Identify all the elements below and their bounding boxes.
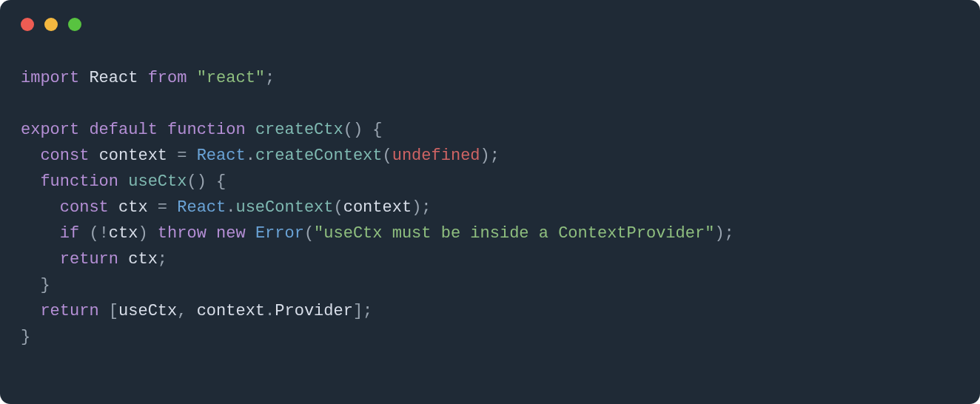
code-token: throw	[158, 224, 207, 243]
code-token: ctx	[118, 198, 148, 217]
code-token: return	[60, 250, 118, 269]
code-token: (	[79, 224, 98, 243]
code-line: function useCtx() {	[21, 172, 226, 191]
code-block: import React from "react"; export defaul…	[21, 65, 959, 350]
zoom-icon[interactable]	[68, 18, 81, 31]
code-token: createCtx	[255, 121, 343, 139]
code-line: const context = React.createContext(unde…	[21, 147, 500, 165]
code-token: React	[177, 198, 226, 217]
code-token: Error	[255, 224, 304, 243]
code-token	[79, 69, 89, 87]
code-token: undefined	[392, 147, 480, 165]
code-token	[21, 198, 60, 217]
code-line: export default function createCtx() {	[21, 121, 383, 139]
code-token: context	[99, 147, 167, 165]
code-token: new	[216, 224, 246, 243]
code-token	[138, 69, 147, 87]
code-token: function	[167, 121, 246, 139]
code-token: useContext	[235, 198, 333, 217]
close-icon[interactable]	[21, 18, 34, 31]
code-token: .	[226, 198, 235, 217]
code-token: )	[138, 224, 157, 243]
code-token: [	[99, 302, 118, 320]
code-token: "react"	[197, 69, 265, 87]
code-token: default	[89, 121, 157, 139]
code-window: import React from "react"; export defaul…	[0, 0, 980, 404]
code-line: }	[21, 276, 50, 294]
code-token: }	[21, 276, 50, 294]
code-token: =	[167, 147, 197, 165]
code-token: ;	[158, 250, 167, 269]
code-token: (	[304, 224, 314, 243]
code-token: .	[246, 147, 255, 165]
code-token: (	[383, 147, 392, 165]
code-token: export	[21, 121, 79, 139]
code-token: useCtx	[128, 172, 187, 191]
code-token: context	[343, 198, 412, 217]
code-token: );	[714, 224, 734, 243]
code-token: React	[197, 147, 246, 165]
code-token	[79, 121, 89, 139]
code-token: import	[21, 69, 79, 87]
code-token	[89, 147, 98, 165]
code-token: return	[40, 302, 98, 320]
code-token: );	[412, 198, 431, 217]
code-line: import React from "react";	[21, 69, 275, 87]
code-token	[118, 250, 128, 269]
code-line: const ctx = React.useContext(context);	[21, 198, 432, 217]
code-line: if (!ctx) throw new Error("useCtx must b…	[21, 224, 734, 243]
code-line: return ctx;	[21, 250, 167, 269]
code-token: "useCtx must be inside a ContextProvider…	[314, 224, 714, 243]
code-token: ,	[177, 302, 196, 320]
code-token: React	[89, 69, 138, 87]
code-token	[207, 224, 216, 243]
code-token: useCtx	[118, 302, 177, 320]
code-token	[21, 302, 40, 320]
code-token	[158, 121, 167, 139]
code-token: ctx	[109, 224, 138, 243]
code-token: !	[99, 224, 109, 243]
code-token: function	[40, 172, 118, 191]
code-token: createContext	[255, 147, 383, 165]
code-token: ];	[353, 302, 372, 320]
code-token: const	[40, 147, 89, 165]
code-token: Provider	[275, 302, 353, 320]
code-token: .	[265, 302, 275, 320]
code-token: ;	[265, 69, 275, 87]
minimize-icon[interactable]	[44, 18, 58, 31]
code-token: if	[60, 224, 79, 243]
code-token	[187, 69, 196, 87]
code-token: () {	[187, 172, 226, 191]
code-line: return [useCtx, context.Provider];	[21, 302, 372, 320]
code-token: =	[148, 198, 178, 217]
code-token	[21, 224, 60, 243]
code-token	[246, 224, 255, 243]
window-controls	[21, 18, 959, 31]
code-token	[246, 121, 255, 139]
code-token	[118, 172, 128, 191]
code-token: (	[334, 198, 343, 217]
code-token	[21, 172, 40, 191]
code-line: }	[21, 328, 30, 346]
code-token	[21, 250, 60, 269]
code-token: () {	[343, 121, 383, 139]
code-token: }	[21, 328, 30, 346]
code-token: from	[148, 69, 187, 87]
code-token: );	[480, 147, 500, 165]
code-token	[109, 198, 118, 217]
code-token: const	[60, 198, 109, 217]
code-token	[21, 147, 40, 165]
code-token: context	[197, 302, 265, 320]
code-token: ctx	[128, 250, 158, 269]
